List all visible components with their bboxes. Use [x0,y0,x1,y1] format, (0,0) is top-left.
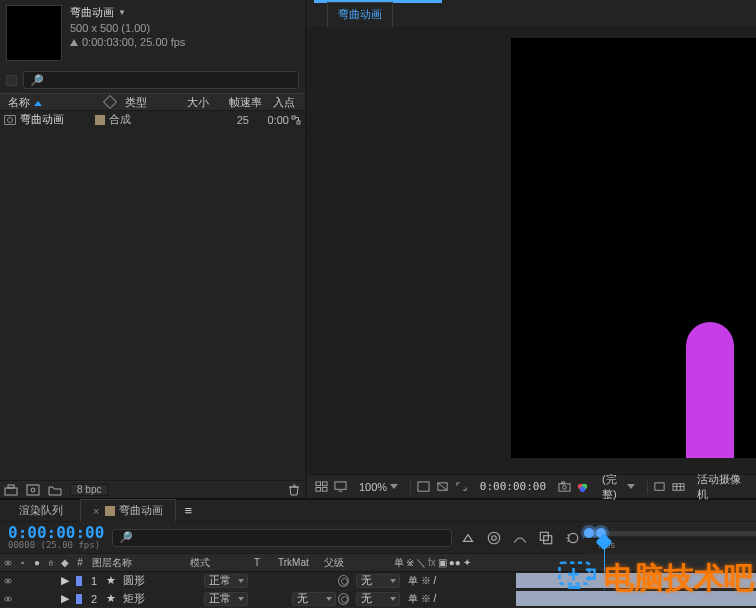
viewer-tab-label: 弯曲动画 [338,8,382,20]
project-asset-row[interactable]: 弯曲动画 合成 25 0:00 [0,111,305,129]
layer-track[interactable] [514,590,756,607]
guides-icon[interactable] [653,480,666,494]
tab-composition[interactable]: × 弯曲动画 [80,499,176,522]
delta-icon [70,39,78,46]
region-icon[interactable] [455,480,468,494]
layer-row[interactable]: ▶ 1 ★ 圆形 正常 无 单 ※ / [0,572,756,590]
project-search-swatch[interactable] [6,75,17,86]
tab-comp-label: 弯曲动画 [119,503,163,518]
camera-dropdown[interactable]: 活动摄像机 [691,472,748,502]
quality-dropdown[interactable]: (完整) [596,472,641,502]
zoom-dropdown[interactable]: 100% [353,481,404,493]
svg-rect-2 [5,488,17,495]
mask-icon[interactable] [436,480,449,494]
col-size[interactable]: 大小 [183,95,225,110]
flowchart-icon[interactable] [291,115,301,125]
layer-expand[interactable]: ▶ [58,592,72,605]
snapshot-icon[interactable] [558,480,571,494]
draft3d-icon[interactable] [486,530,502,546]
frame-blend-icon[interactable] [538,530,554,546]
pickwhip-icon[interactable] [338,575,349,587]
bpc-label[interactable]: 8 bpc [70,484,108,496]
layer-mode-dropdown[interactable]: 正常 [200,574,264,588]
layer-trkmat-dropdown[interactable]: 无 [288,592,334,606]
project-thumb[interactable] [6,5,62,61]
col-parent[interactable]: 父级 [320,556,390,570]
viewer-tab-comp[interactable]: 弯曲动画 [327,2,393,28]
viewer-canvas-area[interactable] [307,28,756,474]
layer-switches[interactable]: 单 ※ / [404,592,514,606]
viewer-timecode[interactable]: 0:00:00:00 [474,480,552,493]
comp-label-swatch [105,506,115,516]
layer-mode-dropdown[interactable]: 正常 [200,592,264,606]
col-switches[interactable]: 单※＼fx▣●●✦ [390,556,500,570]
new-comp-icon[interactable] [26,484,40,496]
col-audio-icon[interactable] [16,557,30,569]
layer-bar[interactable] [516,591,756,606]
svg-rect-28 [50,562,53,565]
timeline-search-input[interactable] [112,529,452,547]
col-layer-name[interactable]: 图层名称 [88,556,186,570]
layer-row[interactable]: ▶ 2 ★ 矩形 正常 无 无 单 ※ / [0,590,756,608]
col-label-icon[interactable]: ◆ [58,557,72,568]
col-framerate[interactable]: 帧速率 [225,95,269,110]
layer-bar[interactable] [516,573,756,588]
tab-render-queue[interactable]: 渲染队列 [6,499,76,522]
grid-icon[interactable] [315,480,328,494]
monitor-icon[interactable] [334,480,347,494]
asset-name: 弯曲动画 [20,112,95,127]
svg-point-27 [7,562,9,564]
project-name[interactable]: 弯曲动画 ▼ [70,5,185,20]
layer-track[interactable] [514,572,756,589]
trash-icon[interactable] [287,484,301,496]
col-lock-icon[interactable] [44,557,58,569]
layer-name[interactable]: ★ 圆形 [102,573,200,588]
layer-label-swatch[interactable] [76,594,82,604]
shape-layer-icon: ★ [106,574,116,587]
channels-icon[interactable] [672,480,685,494]
col-name[interactable]: 名称 [4,95,105,110]
layer-visibility-toggle[interactable] [0,575,16,587]
col-inpoint[interactable]: 入点 [269,95,301,110]
col-index[interactable]: # [72,557,88,568]
new-folder-icon[interactable] [48,484,62,496]
asset-label-swatch[interactable] [95,115,105,125]
timeline-ruler[interactable]: :00s [584,522,756,554]
navigator-bar[interactable] [584,531,756,536]
comp-flowchart-icon[interactable] [460,530,476,546]
current-time-display[interactable]: 0:00:00:00 [8,526,104,540]
panel-menu-icon[interactable]: ≡ [184,503,192,518]
quality-label: (完整) [602,472,624,502]
project-dimensions: 500 x 500 (1.00) [70,22,185,34]
shy-icon[interactable] [512,530,528,546]
pickwhip-icon[interactable] [338,593,349,605]
layer-switches[interactable]: 单 ※ / [404,574,514,588]
layer-label-swatch[interactable] [76,576,82,586]
new-bin-icon[interactable] [4,484,18,496]
layer-expand[interactable]: ▶ [58,574,72,587]
col-type[interactable]: 类型 [121,95,183,110]
close-tab-icon[interactable]: × [93,505,101,517]
layer-name[interactable]: ★ 矩形 [102,591,200,606]
timeline-header: 0:00:00:00 00000 (25.00 fps) :00s [0,522,756,554]
col-t[interactable]: T [250,557,274,568]
col-visibility-icon[interactable] [0,557,16,569]
resolution-icon[interactable] [417,480,430,494]
asset-framerate: 25 [213,114,257,126]
layer-parent-dropdown[interactable]: 无 [334,574,404,588]
layer-parent-dropdown[interactable]: 无 [334,592,404,606]
tag-icon[interactable] [103,95,117,109]
layer-visibility-toggle[interactable] [0,593,16,605]
col-mode[interactable]: 模式 [186,556,250,570]
project-search-input[interactable] [23,71,299,89]
show-snapshot-icon[interactable] [577,480,590,494]
col-solo-icon[interactable]: ● [30,557,44,568]
svg-point-22 [492,535,497,540]
svg-rect-9 [322,487,327,491]
col-trkmat[interactable]: TrkMat [274,557,320,568]
svg-rect-4 [27,485,39,495]
navigator-handle-left[interactable] [584,528,594,538]
motion-blur-icon[interactable] [564,530,580,546]
composition-canvas[interactable] [511,38,756,458]
project-name-text: 弯曲动画 [70,5,114,20]
